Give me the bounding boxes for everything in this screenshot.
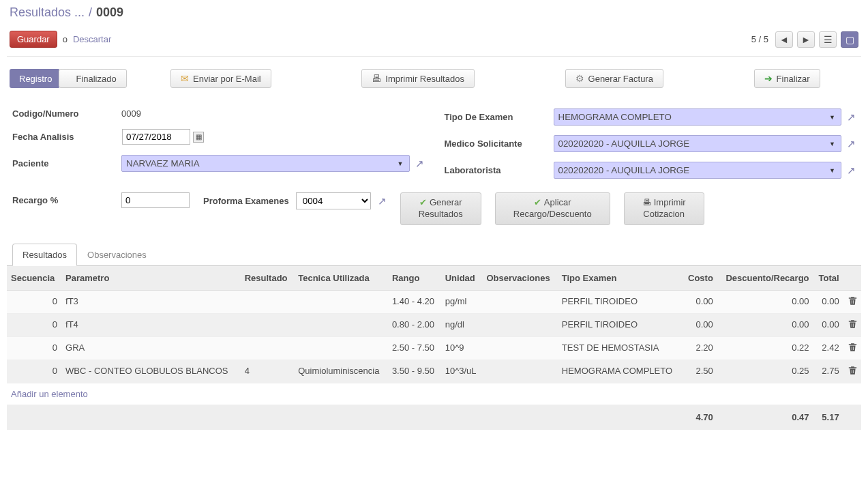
recargo-label: Recargo %	[12, 195, 115, 205]
cell-tipo: PERFIL TIROIDEO	[558, 313, 683, 336]
cell-total: 2.75	[813, 360, 843, 383]
external-link-icon[interactable]: ↗	[847, 111, 856, 123]
print-icon: 🖶	[372, 73, 381, 84]
cell-descuento: 0.00	[717, 290, 813, 313]
col-unidad[interactable]: Unidad	[441, 266, 483, 291]
cell-tecnica	[294, 336, 388, 360]
cell-secuencia: 0	[7, 336, 61, 360]
external-link-icon[interactable]: ↗	[847, 164, 856, 177]
col-tipo-examen[interactable]: Tipo Examen	[558, 266, 683, 291]
view-list-button[interactable]: ☰	[819, 31, 837, 48]
cell-total: 2.42	[813, 336, 843, 360]
check-icon: ✔	[419, 197, 427, 209]
cell-unidad: pg/ml	[441, 290, 483, 313]
cell-rango: 0.80 - 2.00	[388, 313, 441, 336]
table-row[interactable]: 0WBC - CONTEO GLOBULOS BLANCOS4Quimiolum…	[7, 360, 861, 383]
cell-rango: 1.40 - 4.20	[388, 290, 441, 313]
results-table: Secuencia Parametro Resultado Tecnica Ut…	[7, 266, 861, 430]
medico-select[interactable]: 020202020 - AUQUILLA JORGE	[554, 135, 842, 152]
calendar-icon[interactable]: ▦	[193, 132, 204, 143]
fecha-label: Fecha Analisis	[12, 132, 115, 142]
fecha-input[interactable]	[122, 129, 190, 145]
col-descuento[interactable]: Descuento/Recargo	[717, 266, 813, 291]
status-finalizado[interactable]: Finalizado	[59, 69, 126, 88]
cell-resultado	[241, 290, 295, 313]
print-results-button[interactable]: 🖶Imprimir Resultados	[361, 69, 475, 88]
breadcrumb: Resultados ... / 0009	[7, 0, 861, 28]
cell-unidad: ng/dl	[441, 313, 483, 336]
cell-observaciones	[482, 313, 557, 336]
generar-resultados-button[interactable]: ✔Generar Resultados	[400, 192, 481, 225]
external-link-icon[interactable]: ↗	[378, 195, 387, 207]
col-parametro[interactable]: Parametro	[61, 266, 241, 291]
trash-icon[interactable]	[848, 344, 857, 354]
trash-icon[interactable]	[848, 321, 857, 331]
codigo-label: Codigo/Numero	[12, 108, 115, 119]
workflow-row: Registro Finalizado ✉Enviar por E-Mail 🖶…	[7, 57, 861, 95]
cell-rango: 3.50 - 9.50	[388, 360, 441, 383]
laboratorista-select[interactable]: 020202020 - AUQUILLA JORGE	[554, 162, 842, 179]
tabs: Resultados Observaciones	[7, 243, 861, 266]
aplicar-recargo-button[interactable]: ✔Aplicar Recargo/Descuento	[495, 192, 610, 225]
status-registro[interactable]: Registro	[10, 69, 59, 88]
col-rango[interactable]: Rango	[388, 266, 441, 291]
cell-descuento: 0.22	[717, 336, 813, 360]
paciente-label: Paciente	[12, 158, 115, 169]
cell-rango: 2.50 - 7.50	[388, 336, 441, 360]
cell-descuento: 0.25	[717, 360, 813, 383]
cell-observaciones	[482, 336, 557, 360]
col-total[interactable]: Total	[813, 266, 843, 291]
cell-tecnica	[294, 313, 388, 336]
arrow-right-icon: ➔	[764, 73, 773, 84]
cell-resultado	[241, 313, 295, 336]
cell-unidad: 10^3/uL	[441, 360, 483, 383]
table-row[interactable]: 0fT40.80 - 2.00ng/dlPERFIL TIROIDEO0.000…	[7, 313, 861, 336]
cell-total: 0.00	[813, 313, 843, 336]
breadcrumb-separator: /	[89, 5, 92, 20]
proforma-select[interactable]: 0004	[296, 192, 371, 209]
col-tecnica[interactable]: Tecnica Utilizada	[294, 266, 388, 291]
recargo-input[interactable]	[121, 192, 190, 208]
cell-descuento: 0.00	[717, 313, 813, 336]
print-icon: 🖶	[642, 197, 651, 209]
col-secuencia[interactable]: Secuencia	[7, 266, 61, 291]
cell-costo: 0.00	[683, 290, 717, 313]
pager-prev-button[interactable]: ◄	[775, 31, 793, 48]
col-resultado[interactable]: Resultado	[241, 266, 295, 291]
cell-tipo: TEST DE HEMOSTASIA	[558, 336, 683, 360]
tipo-examen-label: Tipo De Examen	[445, 112, 547, 122]
tab-observaciones[interactable]: Observaciones	[77, 244, 157, 266]
imprimir-cotizacion-button[interactable]: 🖶Imprimir Cotizacion	[624, 192, 704, 225]
add-line-link[interactable]: Añadir un elemento	[7, 383, 861, 405]
pager-next-button[interactable]: ►	[797, 31, 815, 48]
tab-resultados[interactable]: Resultados	[12, 244, 77, 266]
finalize-button[interactable]: ➔Finalizar	[754, 69, 820, 88]
cell-parametro: fT3	[61, 290, 241, 313]
paciente-select[interactable]: NARVAEZ MARIA	[121, 155, 410, 172]
cell-costo: 2.20	[683, 336, 717, 360]
external-link-icon[interactable]: ↗	[415, 158, 424, 170]
trash-icon[interactable]	[848, 367, 857, 377]
save-button[interactable]: Guardar	[10, 31, 57, 48]
cell-unidad: 10^9	[441, 336, 483, 360]
view-form-button[interactable]: ▢	[841, 31, 858, 48]
trash-icon[interactable]	[848, 297, 857, 308]
external-link-icon[interactable]: ↗	[847, 138, 856, 150]
cell-costo: 0.00	[683, 313, 717, 336]
pager-count: 5 / 5	[751, 34, 768, 44]
col-observaciones[interactable]: Observaciones	[482, 266, 557, 291]
footer-descuento: 0.47	[717, 405, 813, 429]
cell-parametro: GRA	[61, 336, 241, 360]
invoice-button[interactable]: ⚙Generar Factura	[565, 69, 663, 88]
gear-icon: ⚙	[575, 73, 584, 84]
medico-label: Medico Solicitante	[445, 138, 547, 149]
tipo-examen-select[interactable]: HEMOGRAMA COMPLETO	[554, 108, 842, 126]
breadcrumb-root[interactable]: Resultados ...	[10, 5, 85, 20]
col-costo[interactable]: Costo	[683, 266, 717, 291]
table-row[interactable]: 0fT31.40 - 4.20pg/mlPERFIL TIROIDEO0.000…	[7, 290, 861, 313]
cell-resultado: 4	[241, 360, 295, 383]
table-row[interactable]: 0GRA2.50 - 7.5010^9TEST DE HEMOSTASIA2.2…	[7, 336, 861, 360]
proforma-label: Proforma Examenes	[203, 196, 289, 206]
discard-link[interactable]: Descartar	[73, 34, 111, 44]
email-button[interactable]: ✉Enviar por E-Mail	[170, 69, 271, 88]
